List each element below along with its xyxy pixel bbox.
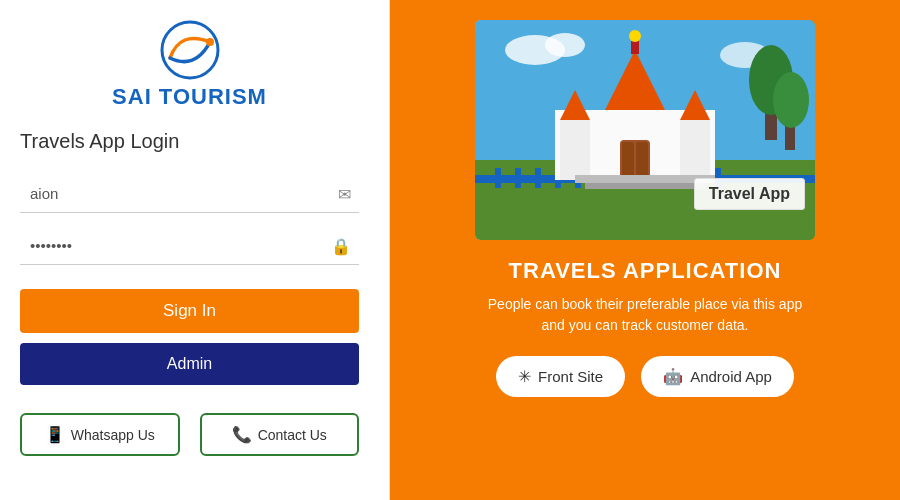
signin-button[interactable]: Sign In xyxy=(20,289,359,333)
logo-icon xyxy=(160,20,220,80)
android-app-label: Android App xyxy=(690,368,772,385)
password-input-group: 🔒 xyxy=(20,227,359,265)
svg-rect-34 xyxy=(636,142,648,178)
contact-button[interactable]: 📞 Contact Us xyxy=(200,413,360,456)
svg-rect-36 xyxy=(585,183,705,189)
bottom-buttons: 📱 Whatsapp Us 📞 Contact Us xyxy=(20,413,359,456)
app-container: SAI TOURISM Travels App Login ✉ 🔒 Sign I… xyxy=(0,0,900,500)
whatsapp-icon: 📱 xyxy=(45,425,65,444)
whatsapp-label: Whatsapp Us xyxy=(71,427,155,443)
svg-rect-30 xyxy=(680,120,710,180)
svg-rect-28 xyxy=(560,120,590,180)
svg-rect-12 xyxy=(495,168,501,188)
front-site-label: Front Site xyxy=(538,368,603,385)
android-app-button[interactable]: 🤖 Android App xyxy=(641,356,794,397)
travel-image-wrapper: Travel App xyxy=(475,20,815,240)
right-panel: Travel App TRAVELS APPLICATION People ca… xyxy=(390,0,900,500)
contact-icon: 📞 xyxy=(232,425,252,444)
svg-point-1 xyxy=(206,38,214,46)
right-description: People can book their preferable place v… xyxy=(485,294,805,336)
email-icon: ✉ xyxy=(338,185,351,204)
lock-icon: 🔒 xyxy=(331,237,351,256)
right-title: TRAVELS APPLICATION xyxy=(509,258,782,284)
svg-rect-33 xyxy=(622,142,634,178)
svg-rect-13 xyxy=(515,168,521,188)
logo-area: SAI TOURISM xyxy=(20,20,359,110)
login-title: Travels App Login xyxy=(20,130,179,153)
svg-point-9 xyxy=(773,72,809,128)
svg-point-27 xyxy=(629,30,641,42)
admin-button[interactable]: Admin xyxy=(20,343,359,385)
whatsapp-button[interactable]: 📱 Whatsapp Us xyxy=(20,413,180,456)
right-buttons: ✳ Front Site 🤖 Android App xyxy=(496,356,794,397)
asterisk-icon: ✳ xyxy=(518,367,531,386)
travel-app-label: Travel App xyxy=(694,178,805,210)
email-input[interactable] xyxy=(20,175,359,213)
front-site-button[interactable]: ✳ Front Site xyxy=(496,356,625,397)
android-icon: 🤖 xyxy=(663,367,683,386)
svg-point-4 xyxy=(545,33,585,57)
email-input-group: ✉ xyxy=(20,175,359,213)
left-panel: SAI TOURISM Travels App Login ✉ 🔒 Sign I… xyxy=(0,0,390,500)
password-input[interactable] xyxy=(20,227,359,265)
svg-rect-14 xyxy=(535,168,541,188)
svg-point-0 xyxy=(162,22,218,78)
brand-name: SAI TOURISM xyxy=(112,84,267,110)
contact-label: Contact Us xyxy=(258,427,327,443)
